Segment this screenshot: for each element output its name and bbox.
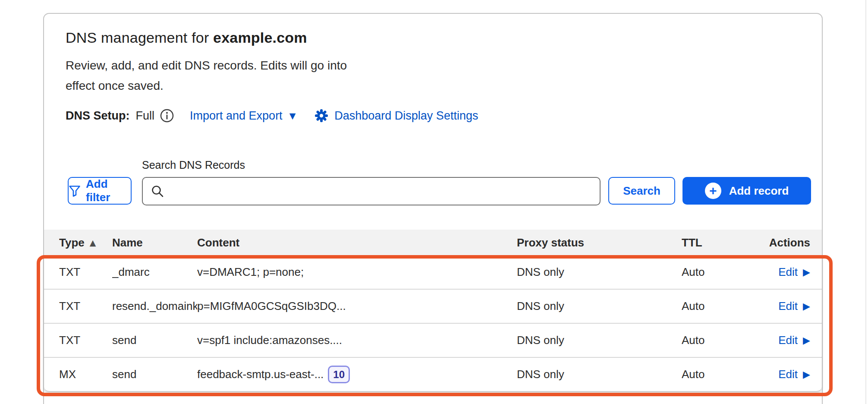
page-title-prefix: DNS management for	[66, 29, 213, 46]
table-body: TXT _dmarc v=DMARC1; p=none; DNS only Au…	[44, 256, 822, 392]
dns-management-page: DNS management for example.com Review, a…	[0, 0, 868, 404]
column-header-content[interactable]: Content	[197, 236, 517, 249]
table-row: MX send feedback-smtp.us-east-... 10 DNS…	[44, 358, 822, 392]
chevron-right-icon: ▶	[803, 369, 810, 380]
cell-content: v=DMARC1; p=none;	[197, 265, 517, 279]
cell-name: resend._domainkey	[112, 300, 197, 313]
cell-ttl: Auto	[682, 265, 769, 279]
chevron-right-icon: ▶	[803, 335, 810, 346]
cell-name: send	[112, 334, 197, 347]
plus-icon: +	[705, 183, 721, 199]
cell-type: TXT	[59, 300, 112, 313]
search-input[interactable]	[170, 178, 600, 205]
cell-proxy-status: DNS only	[517, 334, 682, 347]
cell-content: feedback-smtp.us-east-... 10	[197, 366, 517, 383]
cell-type: TXT	[59, 334, 112, 347]
table-row: TXT _dmarc v=DMARC1; p=none; DNS only Au…	[44, 256, 822, 290]
dns-setup-row: DNS Setup: Full Import and Export ▼	[66, 107, 478, 124]
cell-content: p=MIGfMA0GCSqGSIb3DQ...	[197, 300, 517, 313]
add-filter-label: Add filter	[86, 177, 131, 204]
search-dns-records-label: Search DNS Records	[142, 159, 245, 171]
cell-type: TXT	[59, 265, 112, 279]
controls-row: Add filter Search + Add record	[44, 177, 824, 205]
chevron-right-icon: ▶	[803, 301, 810, 312]
chevron-down-icon: ▼	[289, 111, 296, 120]
column-header-ttl[interactable]: TTL	[682, 236, 769, 249]
page-subtitle: Review, add, and edit DNS records. Edits…	[66, 55, 363, 96]
column-header-actions: Actions	[769, 236, 810, 249]
edit-record-button[interactable]: Edit ▶	[778, 300, 810, 313]
table-row: TXT resend._domainkey p=MIGfMA0GCSqGSIb3…	[44, 290, 822, 324]
cell-type: MX	[59, 368, 112, 381]
dns-records-table: Type ▲ Name Content Proxy status TTL Act…	[44, 230, 822, 392]
table-header-row: Type ▲ Name Content Proxy status TTL Act…	[44, 230, 822, 256]
cell-content: v=spf1 include:amazonses....	[197, 334, 517, 347]
add-record-label: Add record	[729, 184, 789, 198]
dashboard-display-settings-label: Dashboard Display Settings	[334, 109, 478, 123]
add-filter-button[interactable]: Add filter	[68, 177, 132, 205]
window-edge-divider	[865, 0, 866, 404]
cell-name: _dmarc	[112, 265, 197, 279]
page-title: DNS management for example.com	[66, 29, 307, 46]
search-button[interactable]: Search	[608, 177, 675, 205]
cell-ttl: Auto	[682, 300, 769, 313]
add-record-button[interactable]: + Add record	[682, 177, 811, 205]
dns-setup-label: DNS Setup:	[66, 109, 130, 123]
mx-priority-badge: 10	[328, 366, 350, 383]
table-row: TXT send v=spf1 include:amazonses.... DN…	[44, 324, 822, 358]
sort-ascending-icon: ▲	[90, 238, 96, 247]
dashboard-display-settings-link[interactable]: Dashboard Display Settings	[314, 109, 478, 123]
gear-icon	[314, 109, 328, 123]
cell-proxy-status: DNS only	[517, 265, 682, 279]
chevron-right-icon: ▶	[803, 267, 810, 278]
cell-proxy-status: DNS only	[517, 368, 682, 381]
filter-funnel-icon	[69, 185, 81, 197]
info-icon[interactable]	[160, 108, 174, 123]
cell-name: send	[112, 368, 197, 381]
import-export-label: Import and Export	[190, 109, 283, 123]
dns-setup-value: Full	[136, 109, 155, 123]
edit-record-button[interactable]: Edit ▶	[778, 334, 810, 347]
cell-proxy-status: DNS only	[517, 300, 682, 313]
search-input-wrapper	[142, 177, 601, 205]
edit-record-button[interactable]: Edit ▶	[778, 368, 810, 381]
search-icon	[151, 184, 164, 198]
search-button-label: Search	[623, 184, 660, 198]
column-header-type[interactable]: Type ▲	[59, 236, 112, 249]
edit-record-button[interactable]: Edit ▶	[778, 265, 810, 279]
column-header-proxy-status[interactable]: Proxy status	[517, 236, 682, 249]
page-title-domain: example.com	[213, 29, 307, 46]
dns-management-card: DNS management for example.com Review, a…	[43, 13, 823, 404]
cell-ttl: Auto	[682, 368, 769, 381]
import-export-link[interactable]: Import and Export ▼	[190, 109, 296, 123]
cell-ttl: Auto	[682, 334, 769, 347]
column-header-name[interactable]: Name	[112, 236, 197, 249]
